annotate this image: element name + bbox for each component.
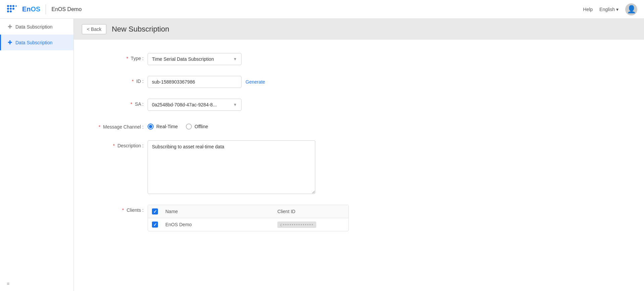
type-select-arrow: ▼: [233, 57, 237, 61]
header-checkbox-col: [152, 208, 165, 214]
type-row: * Type : Time Serial Data Subscription ▼: [94, 53, 624, 65]
sa-row: * SA : 0a2548bd-708d-47ac-9284-8... ▼: [94, 99, 624, 111]
message-channel-control-wrap: Real-Time Offline: [148, 122, 349, 130]
message-channel-label: * Message Channel :: [94, 122, 148, 130]
sa-select-arrow: ▼: [233, 102, 237, 107]
sa-required-star: *: [130, 101, 132, 107]
back-button[interactable]: < Back: [82, 24, 106, 34]
logo: EnOS: [7, 5, 40, 14]
row-name: EnOS Demo: [165, 222, 277, 227]
app-title: EnOS Demo: [51, 6, 82, 12]
navbar-right: Help English ▾ 👤: [583, 3, 637, 15]
navbar-divider: [46, 4, 46, 14]
sidebar-item-data-subscription-active[interactable]: ✚ Data Subscription: [0, 35, 73, 50]
sidebar-plus-icon-active: ✚: [8, 39, 12, 46]
svg-point-2: [12, 5, 14, 7]
offline-radio-circle: [186, 124, 192, 130]
clients-table: Name Client ID EnOS Demo: [148, 205, 349, 231]
sidebar-item-label-active: Data Subscription: [15, 40, 53, 45]
realtime-label: Real-Time: [156, 124, 178, 129]
description-textarea[interactable]: Subscribing to asset real-time data: [148, 140, 315, 194]
description-row: * Description : Subscribing to asset rea…: [94, 140, 624, 194]
avatar-icon: 👤: [627, 5, 636, 14]
svg-point-0: [7, 5, 9, 7]
offline-radio[interactable]: Offline: [186, 124, 208, 130]
id-required-star: *: [132, 79, 133, 84]
page-title: New Subscription: [112, 25, 169, 34]
clients-label: * Clients :: [94, 205, 148, 213]
sidebar-item-label-top: Data Subscription: [15, 24, 53, 30]
type-label: * Type :: [94, 53, 148, 61]
generate-link[interactable]: Generate: [246, 79, 265, 85]
content-area: < Back New Subscription * Type : Time Se…: [74, 19, 644, 291]
main-layout: ✚ Data Subscription ✚ Data Subscription …: [0, 19, 644, 291]
logo-text: EnOS: [22, 5, 40, 13]
row-checkbox-col: [152, 222, 165, 228]
svg-point-7: [7, 10, 9, 12]
realtime-radio[interactable]: Real-Time: [148, 124, 178, 130]
message-channel-row: * Message Channel : Real-Time Offline: [94, 122, 624, 130]
realtime-radio-circle: [148, 124, 154, 130]
navbar: EnOS EnOS Demo Help English ▾ 👤: [0, 0, 644, 19]
id-input[interactable]: [148, 76, 241, 88]
type-select[interactable]: Time Serial Data Subscription ▼: [148, 53, 241, 65]
desc-required-star: *: [113, 143, 115, 148]
sidebar-item-data-subscription-top[interactable]: ✚ Data Subscription: [0, 19, 73, 35]
svg-point-4: [7, 8, 9, 10]
sidebar-collapse-button[interactable]: ≡: [0, 276, 73, 291]
sidebar: ✚ Data Subscription ✚ Data Subscription …: [0, 19, 74, 291]
form-card: * Type : Time Serial Data Subscription ▼…: [74, 40, 644, 291]
help-link[interactable]: Help: [583, 7, 593, 12]
collapse-icon: ≡: [7, 281, 9, 286]
user-avatar[interactable]: 👤: [625, 3, 637, 15]
row-client-id: c••••••••••••••: [277, 222, 344, 227]
masked-client-id: c••••••••••••••: [277, 222, 316, 228]
table-row: EnOS Demo c••••••••••••••: [148, 218, 348, 231]
clients-table-header: Name Client ID: [148, 205, 348, 218]
sa-select[interactable]: 0a2548bd-708d-47ac-9284-8... ▼: [148, 99, 241, 111]
header-clientid-col: Client ID: [277, 209, 344, 214]
description-label: * Description :: [94, 140, 148, 148]
description-control-wrap: Subscribing to asset real-time data: [148, 140, 349, 194]
mc-required-star: *: [99, 124, 100, 130]
row-checkbox[interactable]: [152, 222, 158, 228]
clients-required-star: *: [122, 207, 124, 213]
type-control-wrap: Time Serial Data Subscription ▼: [148, 53, 349, 65]
svg-point-6: [12, 8, 14, 10]
clients-control-wrap: Name Client ID EnOS Demo: [148, 205, 349, 231]
id-control-wrap: Generate: [148, 76, 349, 88]
content-header: < Back New Subscription: [74, 19, 644, 40]
sidebar-plus-icon-top: ✚: [8, 23, 12, 30]
svg-point-5: [10, 8, 12, 10]
language-selector[interactable]: English ▾: [599, 7, 619, 12]
radio-group: Real-Time Offline: [148, 122, 208, 130]
sa-label: * SA :: [94, 99, 148, 107]
type-required-star: *: [126, 56, 128, 61]
svg-point-3: [15, 5, 17, 7]
id-row: * ID : Generate: [94, 76, 624, 88]
id-label: * ID :: [94, 76, 148, 84]
offline-label: Offline: [195, 124, 208, 129]
logo-icon: [7, 5, 19, 14]
sa-control-wrap: 0a2548bd-708d-47ac-9284-8... ▼: [148, 99, 349, 111]
clients-row: * Clients : Name Client ID: [94, 205, 624, 231]
header-checkbox[interactable]: [152, 208, 158, 214]
svg-point-1: [10, 5, 12, 7]
svg-point-8: [10, 10, 12, 12]
header-name-col: Name: [165, 209, 277, 214]
